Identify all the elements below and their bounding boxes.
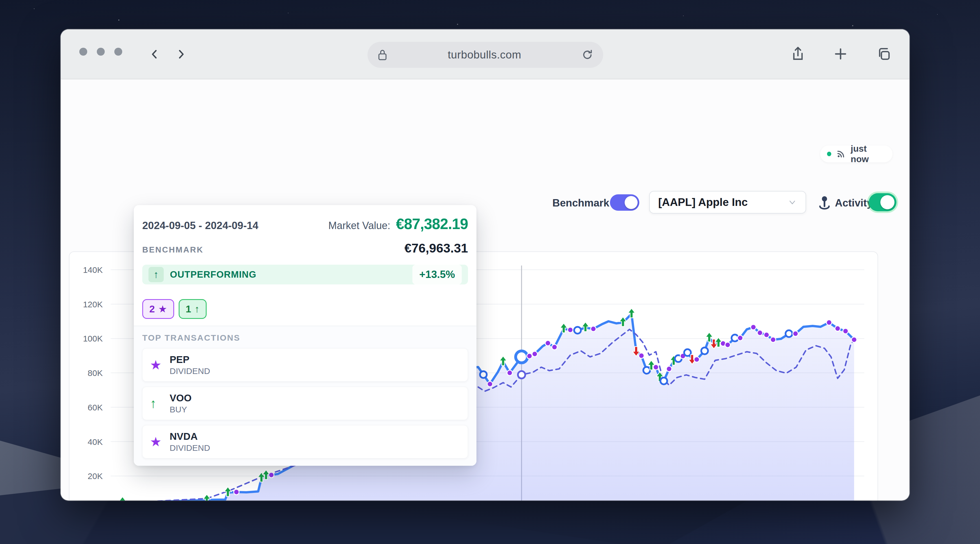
back-button[interactable]: [147, 46, 162, 62]
performance-delta: +13.5%: [412, 265, 462, 284]
toolbar-actions: [791, 46, 891, 62]
tooltip-header: 2024-09-05 - 2024-09-14 Market Value: €8…: [134, 205, 476, 257]
chevron-down-icon: [788, 198, 797, 207]
window-zoom-button[interactable]: [114, 48, 122, 56]
dividend-count-badge: 2 ★: [142, 299, 174, 319]
wallpaper-stars: [34, 8, 35, 9]
browser-toolbar: turbobulls.com: [61, 29, 910, 79]
star-icon: ★: [150, 434, 170, 449]
window-minimize-button[interactable]: [97, 48, 105, 56]
transaction-row: ★ PEP DIVIDEND: [142, 348, 468, 381]
transaction-row: ↑ VOO BUY: [142, 387, 468, 420]
chevron-right-icon: [175, 48, 187, 61]
live-status-dot: [827, 152, 831, 156]
activity-toggle[interactable]: [869, 193, 896, 211]
performance-status: OUTPERFORMING: [170, 269, 256, 280]
svg-text:120K: 120K: [83, 300, 103, 309]
chevron-left-icon: [148, 48, 161, 61]
svg-text:80K: 80K: [88, 369, 103, 378]
selected-symbol: [AAPL] Apple Inc: [658, 196, 788, 209]
transaction-ticker: PEP: [170, 353, 210, 366]
star-icon: ★: [150, 357, 170, 373]
last-updated-badge: just now: [820, 145, 892, 163]
transaction-row: ★ NVDA DIVIDEND: [142, 425, 468, 458]
transaction-type: DIVIDEND: [170, 365, 210, 376]
activity-toggle-label: Activity: [835, 197, 873, 209]
svg-text:40K: 40K: [88, 437, 103, 447]
toggle-knob: [880, 195, 894, 209]
browser-window: turbobulls.com: [61, 29, 910, 501]
toggle-knob: [625, 196, 638, 209]
transaction-ticker: NVDA: [170, 430, 210, 443]
lock-icon: [377, 49, 388, 61]
benchmark-value: €76,963.31: [404, 241, 468, 255]
benchmark-label: BENCHMARK: [142, 245, 204, 254]
badge-count: 2: [149, 303, 155, 315]
buy-count-badge: 1 ↑: [179, 299, 207, 319]
arrow-up-icon: ↑: [148, 267, 164, 282]
url-text: turbobulls.com: [388, 49, 581, 61]
activity-icon: [817, 195, 832, 213]
arrow-up-icon: ↑: [150, 396, 170, 411]
chart-tooltip: 2024-09-05 - 2024-09-14 Market Value: €8…: [134, 205, 476, 466]
share-icon[interactable]: [791, 46, 805, 62]
svg-text:100K: 100K: [83, 334, 103, 343]
tooltip-date-range: 2024-09-05 - 2024-09-14: [142, 220, 258, 231]
badge-count: 1: [186, 303, 191, 315]
event-badges: 2 ★ 1 ↑: [134, 292, 476, 325]
arrow-up-icon: ↑: [194, 303, 200, 315]
forward-button[interactable]: [173, 46, 189, 62]
top-transactions-title: TOP TRANSACTIONS: [142, 333, 468, 343]
svg-text:140K: 140K: [83, 265, 103, 274]
transaction-type: BUY: [170, 404, 192, 415]
window-controls: [79, 48, 122, 56]
star-icon: ★: [158, 303, 167, 315]
rss-icon: [836, 149, 846, 159]
svg-text:20K: 20K: [88, 471, 103, 481]
market-value: €87,382.19: [396, 215, 468, 233]
svg-text:60K: 60K: [88, 403, 103, 412]
market-value-label: Market Value:: [328, 220, 390, 231]
address-bar[interactable]: turbobulls.com: [368, 42, 603, 68]
new-tab-icon[interactable]: [833, 46, 848, 61]
benchmark-symbol-select[interactable]: [AAPL] Apple Inc: [649, 191, 806, 214]
page-content: just now Benchmark [AAPL] Apple Inc Acti…: [61, 79, 910, 500]
transaction-type: DIVIDEND: [170, 442, 210, 453]
last-updated-text: just now: [851, 144, 886, 164]
outperforming-banner: ↑ OUTPERFORMING +13.5%: [142, 265, 468, 284]
refresh-icon[interactable]: [581, 49, 593, 61]
benchmark-toggle-label: Benchmark: [552, 197, 609, 209]
benchmark-toggle[interactable]: [610, 194, 639, 211]
tabs-icon[interactable]: [876, 46, 891, 62]
transaction-ticker: VOO: [170, 392, 192, 404]
top-transactions-section: TOP TRANSACTIONS ★ PEP DIVIDEND ↑ VOO BU…: [134, 325, 476, 466]
window-close-button[interactable]: [79, 48, 87, 56]
